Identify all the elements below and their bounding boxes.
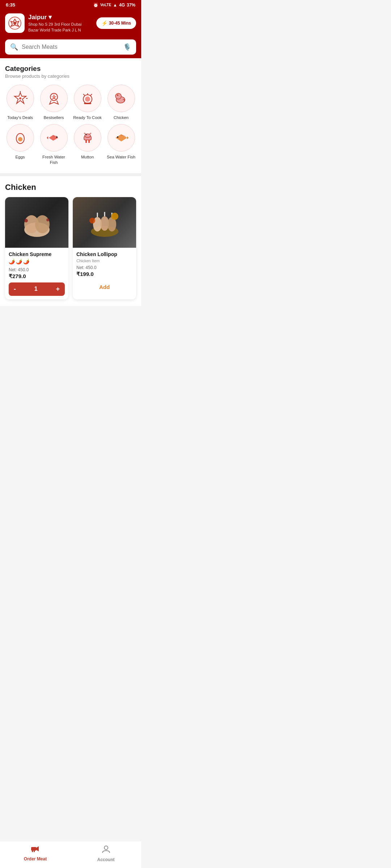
chicken-supreme-illustration [19, 206, 55, 239]
todays-deals-label: Today's Deals [7, 115, 33, 120]
chicken-lollipop-illustration [87, 206, 123, 239]
dropdown-icon: ▾ [49, 13, 52, 21]
city-name: Jaipur ▾ [28, 13, 93, 21]
eggs-icon [12, 130, 28, 146]
svg-marker-31 [115, 134, 127, 141]
category-todays-deals[interactable]: Today's Deals [5, 85, 35, 120]
qty-display: 1 [34, 286, 38, 292]
address: Shop No S 29 3rd Floor Dubai Bazar World… [28, 22, 93, 33]
svg-point-18 [117, 94, 118, 96]
product-chicken-lollipop: Chicken Lollipop Chicken Item Net: 450.0… [73, 197, 136, 299]
products-row: Chicken Supreme 🌶️ 🌶️ 🌶️ Net: 450.0 ₹279… [5, 197, 136, 299]
svg-text:BEST: BEST [50, 95, 57, 98]
add-to-cart-button[interactable]: Add [76, 280, 133, 294]
chicken-supreme-info: Chicken Supreme 🌶️ 🌶️ 🌶️ Net: 450.0 ₹279… [5, 248, 68, 299]
search-container: 🔍 🎙️ [0, 39, 141, 60]
category-ready-to-cook[interactable]: Ready To Cook [72, 85, 102, 120]
svg-line-12 [83, 94, 85, 95]
categories-section: Categories Browse products by categories… [0, 58, 141, 173]
chicken-section-title: Chicken [5, 183, 136, 192]
eggs-label: Eggs [15, 154, 25, 160]
category-fresh-water-fish[interactable]: Fresh Water Fish [39, 124, 69, 165]
increase-qty-button[interactable]: + [56, 285, 60, 293]
sea-water-fish-label: Sea Water Fish [107, 154, 135, 160]
ready-to-cook-label: Ready To Cook [73, 115, 101, 120]
svg-point-47 [89, 218, 95, 224]
chicken-supreme-weight: Net: 450.0 [9, 267, 65, 272]
category-mutton[interactable]: Mutton [72, 124, 102, 165]
ready-to-cook-icon [80, 90, 96, 106]
svg-point-24 [56, 136, 58, 138]
decrease-qty-button[interactable]: - [14, 285, 16, 293]
chicken-supreme-price: ₹279.0 [9, 273, 65, 280]
svg-rect-15 [84, 103, 91, 104]
category-bestsellers[interactable]: BEST Bestsellers [39, 85, 69, 120]
categories-subtitle: Browse products by categories [5, 73, 136, 79]
bottom-spacer [0, 306, 141, 331]
svg-point-37 [24, 219, 28, 222]
mutton-label: Mutton [81, 154, 94, 160]
bestsellers-label: Bestsellers [43, 115, 64, 120]
search-icon: 🔍 [10, 43, 18, 51]
chicken-lollipop-info: Chicken Lollipop Chicken Item Net: 450.0… [73, 248, 136, 297]
chicken-lollipop-price: ₹199.0 [76, 271, 133, 277]
category-sea-water-fish[interactable]: Sea Water Fish [106, 124, 136, 165]
todays-deals-icon [12, 90, 28, 106]
bolt-icon: ⚡ [101, 20, 108, 26]
chicken-icon [113, 90, 129, 106]
svg-marker-32 [127, 136, 129, 139]
category-eggs[interactable]: Eggs [5, 124, 35, 165]
chicken-label: Chicken [114, 115, 129, 120]
svg-marker-22 [49, 135, 58, 141]
microphone-icon[interactable]: 🎙️ [123, 43, 131, 51]
categories-content: Categories Browse products by categories… [0, 58, 141, 170]
svg-point-38 [46, 218, 49, 221]
svg-marker-23 [47, 136, 48, 139]
delivery-time-button[interactable]: ⚡ 30-45 Mins [96, 17, 136, 29]
svg-line-14 [91, 94, 92, 95]
svg-point-2 [13, 22, 16, 25]
chicken-supreme-image [5, 197, 68, 248]
categories-grid: Today's Deals BEST Bestsellers [5, 85, 136, 165]
svg-point-30 [85, 134, 87, 135]
svg-point-36 [35, 215, 50, 233]
chicken-products-section: Chicken Chicken Supreme [0, 176, 141, 306]
chicken-lollipop-type: Chicken Item [76, 259, 133, 263]
fresh-water-fish-icon [46, 130, 62, 146]
chicken-lollipop-image [73, 197, 136, 248]
svg-point-33 [117, 136, 118, 138]
fresh-water-fish-label: Fresh Water Fish [39, 154, 69, 165]
location-info[interactable]: Jaipur ▾ Shop No S 29 3rd Floor Dubai Ba… [28, 13, 93, 33]
svg-point-4 [19, 97, 21, 99]
section-divider [0, 173, 141, 176]
category-chicken[interactable]: Chicken [106, 85, 136, 120]
chicken-lollipop-weight: Net: 450.0 [76, 265, 133, 270]
mutton-icon [80, 130, 96, 146]
search-bar[interactable]: 🔍 🎙️ [5, 39, 136, 55]
bestsellers-icon: BEST [46, 90, 62, 106]
header: Jaipur ▾ Shop No S 29 3rd Floor Dubai Ba… [0, 10, 141, 39]
status-bar: 6:35 ⏰ VoLTE ▲ 4G 37% [0, 0, 141, 10]
svg-point-29 [85, 134, 91, 137]
logo [5, 13, 25, 33]
svg-point-21 [18, 137, 22, 141]
sea-water-fish-icon [113, 130, 129, 146]
chicken-lollipop-name: Chicken Lollipop [76, 251, 133, 257]
product-chicken-supreme: Chicken Supreme 🌶️ 🌶️ 🌶️ Net: 450.0 ₹279… [5, 197, 68, 299]
search-input[interactable] [22, 44, 119, 50]
app-logo-icon [8, 16, 22, 30]
spice-level: 🌶️ 🌶️ 🌶️ [9, 259, 65, 264]
svg-point-46 [111, 213, 118, 220]
time: 6:35 [6, 2, 15, 8]
status-icons: ⏰ VoLTE ▲ 4G 37% [93, 3, 135, 8]
svg-point-11 [85, 97, 90, 102]
quantity-control: - 1 + [9, 282, 65, 296]
chicken-supreme-name: Chicken Supreme [9, 251, 65, 257]
categories-title: Categories [5, 65, 136, 73]
